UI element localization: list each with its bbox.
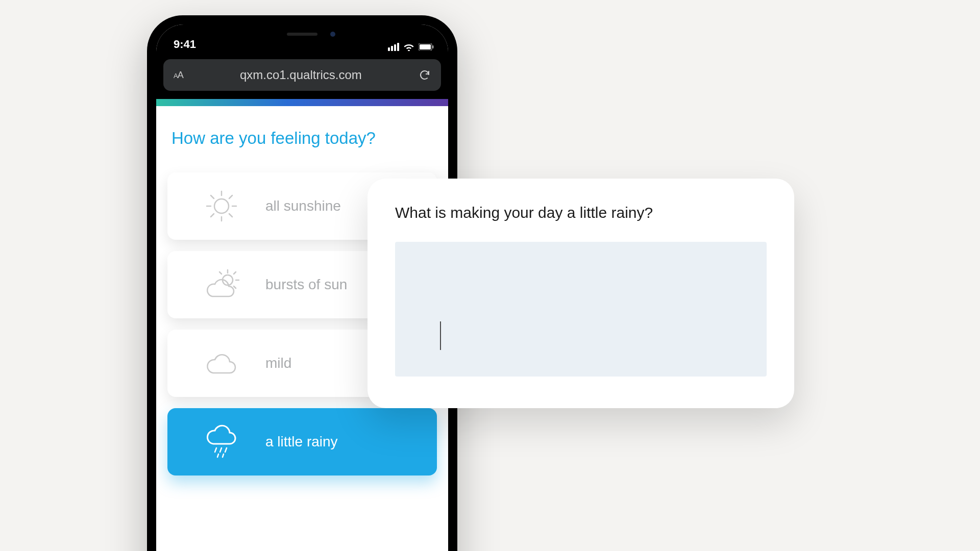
option-label: bursts of sun xyxy=(265,277,347,293)
svg-line-8 xyxy=(211,195,214,198)
option-a-little-rainy[interactable]: a little rainy xyxy=(167,408,437,475)
cellular-signal-icon xyxy=(388,43,399,51)
svg-line-20 xyxy=(225,448,227,452)
option-label: a little rainy xyxy=(265,434,338,450)
popup-text-input[interactable] xyxy=(395,242,767,377)
sun-icon xyxy=(198,188,245,224)
svg-line-9 xyxy=(229,214,232,217)
svg-line-16 xyxy=(234,286,236,288)
svg-line-17 xyxy=(219,272,222,274)
svg-point-3 xyxy=(214,199,229,213)
svg-line-21 xyxy=(217,454,218,457)
status-time: 9:41 xyxy=(174,38,196,51)
svg-rect-1 xyxy=(420,44,431,49)
address-bar[interactable]: AA qxm.co1.qualtrics.com xyxy=(163,59,441,91)
svg-line-10 xyxy=(229,195,232,198)
reload-icon[interactable] xyxy=(419,69,431,81)
svg-line-22 xyxy=(223,454,224,457)
phone-notch xyxy=(238,24,366,44)
svg-line-19 xyxy=(220,448,222,452)
url-text: qxm.co1.qualtrics.com xyxy=(240,68,362,82)
svg-rect-2 xyxy=(432,45,434,48)
question-title: How are you feeling today? xyxy=(167,129,437,148)
browser-chrome: AA qxm.co1.qualtrics.com xyxy=(156,54,448,99)
followup-popup: What is making your day a little rainy? xyxy=(368,179,794,408)
battery-icon xyxy=(419,43,434,51)
option-label: all sunshine xyxy=(265,198,341,214)
svg-line-11 xyxy=(211,214,214,217)
sun-cloud-icon xyxy=(198,268,245,302)
text-size-button[interactable]: AA xyxy=(174,70,183,81)
svg-line-18 xyxy=(215,448,216,452)
popup-question: What is making your day a little rainy? xyxy=(395,204,767,221)
svg-line-15 xyxy=(234,272,236,274)
cloud-icon xyxy=(198,350,245,376)
option-label: mild xyxy=(265,355,291,371)
text-caret xyxy=(440,321,441,350)
rain-icon xyxy=(198,423,245,460)
wifi-icon xyxy=(403,43,414,51)
progress-gradient xyxy=(156,99,448,106)
